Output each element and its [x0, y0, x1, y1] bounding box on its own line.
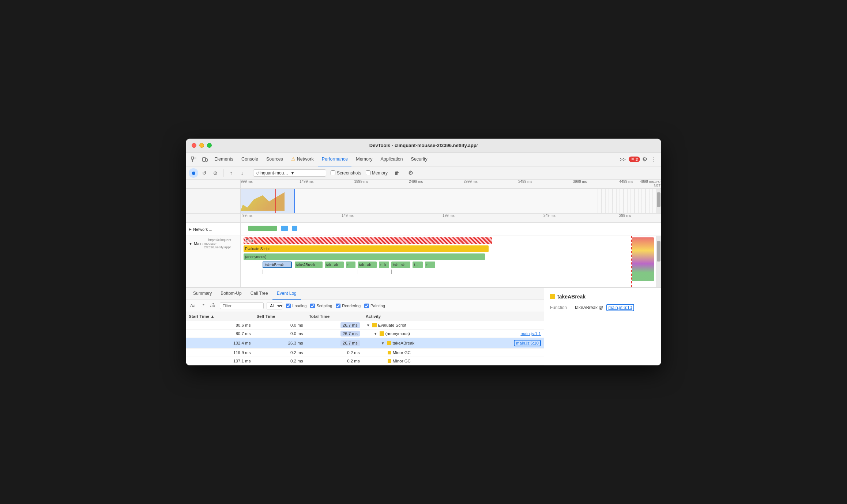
- take-a-break-2[interactable]: takeABreak: [295, 262, 323, 268]
- overview-scrollbar-thumb[interactable]: [657, 192, 660, 207]
- table-row[interactable]: 80.7 ms 0.0 ms 26.7 ms ▼: [186, 330, 544, 338]
- source-link-circled[interactable]: main.js:6:10: [514, 340, 541, 346]
- tab-security[interactable]: Security: [407, 153, 431, 166]
- close-button[interactable]: [192, 143, 196, 148]
- right-panel-icon: [550, 294, 555, 299]
- take-a-break-4[interactable]: t...: [346, 262, 355, 268]
- right-source-link[interactable]: main.js:6:10: [606, 304, 635, 311]
- overview-chart[interactable]: [241, 189, 661, 213]
- more-options-button[interactable]: ⋮: [650, 156, 658, 163]
- ruler-tick-5ms: 2999 ms: [464, 180, 478, 184]
- overview-chart-row[interactable]: [186, 189, 661, 214]
- table-row[interactable]: 80.6 ms 0.0 ms 26.7 ms ▼ Evaluate S: [186, 321, 544, 330]
- tab-performance[interactable]: Performance: [318, 153, 352, 166]
- tab-summary[interactable]: Summary: [189, 288, 216, 300]
- task-bar[interactable]: Task: [244, 237, 492, 244]
- rendering-filter-checkbox[interactable]: [336, 304, 340, 308]
- device-icon[interactable]: [200, 154, 210, 165]
- filter-input[interactable]: [220, 302, 264, 309]
- memory-checkbox-label[interactable]: Memory: [366, 170, 388, 176]
- screenshots-checkbox[interactable]: [331, 170, 335, 175]
- table-row-selected[interactable]: 102.4 ms 26.3 ms 26.7 ms ▼: [186, 338, 544, 349]
- memory-checkbox[interactable]: [366, 170, 370, 175]
- take-a-break-selected[interactable]: takeABreak: [263, 262, 292, 268]
- network-expand-icon[interactable]: ▶: [189, 227, 192, 231]
- clear-button[interactable]: ⊘: [211, 168, 220, 178]
- expand-button[interactable]: ▼: [373, 332, 378, 336]
- toolbar-checkboxes: Screenshots Memory: [331, 170, 388, 176]
- performance-settings-button[interactable]: ⚙: [406, 168, 415, 178]
- painting-filter-label[interactable]: Painting: [364, 304, 385, 308]
- main-section-title[interactable]: ▼ Main — https://clinquant-mousse-2f2396…: [189, 238, 237, 249]
- cell-activity: ▼ Evaluate Script: [363, 321, 544, 330]
- table-row[interactable]: 119.9 ms 0.2 ms 0.2 ms Minor: [186, 349, 544, 357]
- take-a-break-5[interactable]: tak...ak: [358, 262, 377, 268]
- tab-elements[interactable]: Elements: [211, 153, 237, 166]
- whole-word-button[interactable]: ab̄: [209, 302, 217, 309]
- download-button[interactable]: ↓: [237, 168, 247, 178]
- trashcan-icon[interactable]: 🗑: [392, 168, 402, 178]
- tab-memory[interactable]: Memory: [352, 153, 376, 166]
- flame-scrollbar-thumb[interactable]: [657, 241, 660, 262]
- network-row[interactable]: ▶ Network ...: [186, 223, 661, 236]
- source-link[interactable]: main.js:1:1: [520, 331, 541, 336]
- flame-chart[interactable]: Task Evaluate Script (anonymous) takeABr…: [241, 236, 661, 287]
- flame-scrollbar[interactable]: [656, 236, 661, 287]
- col-total-time[interactable]: Total Time: [306, 312, 363, 321]
- network-label: Network ...: [193, 227, 212, 232]
- inspect-icon[interactable]: [189, 154, 199, 165]
- maximize-button[interactable]: [207, 143, 212, 148]
- event-table: Start Time ▲ Self Time Total Time Activi…: [186, 312, 544, 365]
- expand-button[interactable]: ▼: [366, 323, 371, 327]
- tab-sources[interactable]: Sources: [263, 153, 287, 166]
- minimize-button[interactable]: [199, 143, 204, 148]
- rendering-filter-label[interactable]: Rendering: [336, 304, 361, 308]
- main-expand-icon[interactable]: ▼: [189, 242, 192, 246]
- tick-5: [391, 270, 392, 274]
- url-selector[interactable]: clinquant-mousse-2f239... ▼: [253, 169, 326, 177]
- more-tabs-button[interactable]: >>: [618, 157, 628, 162]
- cell-self-time: 0.2 ms: [253, 349, 306, 357]
- tab-call-tree[interactable]: Call Tree: [246, 288, 272, 300]
- reload-record-button[interactable]: ↺: [200, 168, 209, 178]
- regex-button[interactable]: .*: [200, 302, 206, 309]
- timeline-selection-overlay[interactable]: [241, 189, 295, 213]
- overview-ruler-row: 999 ms 1499 ms 1999 ms 2499 ms 2999 ms 3…: [186, 180, 661, 189]
- tab-application[interactable]: Application: [377, 153, 406, 166]
- tab-bottom-up[interactable]: Bottom-Up: [216, 288, 246, 300]
- upload-button[interactable]: ↑: [226, 168, 236, 178]
- scripting-filter-label[interactable]: Scripting: [310, 304, 332, 308]
- overview-scrollbar[interactable]: [656, 189, 661, 213]
- evaluate-script-bar[interactable]: Evaluate Script: [244, 245, 489, 252]
- take-a-break-6[interactable]: t...k: [379, 262, 389, 268]
- take-a-break-3[interactable]: tak...ak: [325, 262, 344, 268]
- tab-console[interactable]: Console: [238, 153, 262, 166]
- network-row-label[interactable]: ▶ Network ...: [186, 223, 241, 236]
- current-time-marker: [275, 189, 276, 213]
- tick-4: [358, 270, 358, 274]
- cell-start-time: 80.7 ms: [186, 330, 253, 338]
- anonymous-bar[interactable]: (anonymous): [244, 253, 485, 260]
- ruler-tick-2ms: 1499 ms: [300, 180, 313, 184]
- loading-filter-label[interactable]: Loading: [286, 304, 306, 308]
- activity-icon: [388, 359, 391, 363]
- svg-rect-0: [191, 157, 193, 159]
- table-row[interactable]: 107.1 ms 0.2 ms 0.2 ms Minor: [186, 357, 544, 365]
- col-start-time[interactable]: Start Time ▲: [186, 312, 253, 321]
- case-sensitive-button[interactable]: Aa: [189, 302, 197, 309]
- loading-filter-checkbox[interactable]: [286, 304, 291, 308]
- scripting-filter-checkbox[interactable]: [310, 304, 315, 308]
- painting-filter-checkbox[interactable]: [364, 304, 369, 308]
- settings-button[interactable]: ⚙: [641, 156, 649, 163]
- activity-filter-select[interactable]: All: [267, 302, 282, 309]
- take-a-break-8[interactable]: t...: [413, 262, 423, 268]
- screenshots-checkbox-label[interactable]: Screenshots: [331, 170, 361, 176]
- tab-event-log[interactable]: Event Log: [272, 288, 301, 300]
- take-a-break-7[interactable]: tak...ak: [391, 262, 410, 268]
- tab-network[interactable]: ⚠ Network: [287, 153, 317, 166]
- take-a-break-9[interactable]: t...: [425, 262, 435, 268]
- col-activity[interactable]: Activity: [363, 312, 544, 321]
- col-self-time[interactable]: Self Time: [253, 312, 306, 321]
- record-button[interactable]: ⏺: [189, 168, 198, 178]
- expand-button[interactable]: ▼: [380, 341, 385, 345]
